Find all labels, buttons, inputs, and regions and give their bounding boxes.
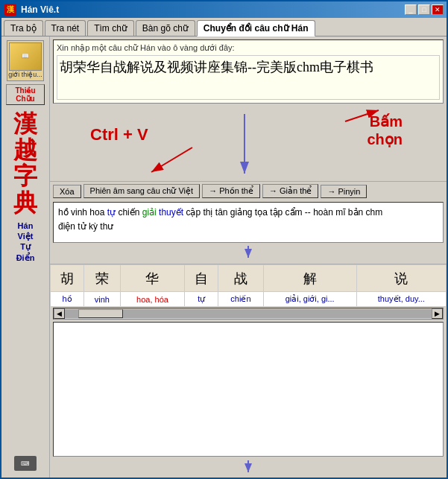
result-tu: tự xyxy=(107,207,119,218)
cell-vinh[interactable]: vinh xyxy=(84,292,121,307)
input-content: 胡荣华自战解说及视频讲座集锦--完美版chm电子棋书 xyxy=(60,60,373,74)
ctrl-v-label: Ctrl + V xyxy=(90,125,148,145)
char-header-0: 胡 xyxy=(51,265,84,292)
main-window: 漢 Hán Viê.t _ □ ✕ Tra bộ Tra nét Tìm chữ… xyxy=(0,0,448,479)
pinyin-button[interactable]: → Pinyin xyxy=(321,185,367,198)
gianthe-button[interactable]: → Giản thể xyxy=(262,184,318,198)
bottom-arrow-container xyxy=(50,458,447,478)
char-header-3: 自 xyxy=(185,265,218,292)
result-text-area: hồ vinh hoa tự chiến giải thuyết cập thị… xyxy=(53,202,444,243)
result-thuyet: thuyết xyxy=(159,207,186,218)
scroll-track xyxy=(65,309,432,318)
cell-chien[interactable]: chiến xyxy=(218,292,263,307)
thieu-chuu-label: Thiều Chữu xyxy=(15,86,35,103)
table-row: hồ vinh hoa, hóa tự chiến giải, giới, gi… xyxy=(51,292,447,307)
tab-chuyendoi[interactable]: Chuyển đổi câu chữ Hán xyxy=(197,20,315,37)
cell-ho[interactable]: hồ xyxy=(51,292,84,307)
close-button[interactable]: ✕ xyxy=(432,4,444,15)
bottom-arrow-svg xyxy=(241,460,256,475)
annotation-area: Ctrl + V Bấm chọn xyxy=(53,107,444,181)
tab-bangochu[interactable]: Bàn gõ chữ xyxy=(136,20,195,36)
maximize-button[interactable]: □ xyxy=(418,4,430,15)
char-header-6: 说 xyxy=(356,265,446,292)
svg-line-2 xyxy=(151,147,192,172)
char-header-5: 解 xyxy=(263,265,356,292)
sidebar-intro-label: giới thiệu... xyxy=(8,71,42,78)
horiz-scrollbar[interactable]: ◀ ▶ xyxy=(53,308,444,320)
input-label: Xin nhập một câu chữ Hán vào ô vàng dưới… xyxy=(57,43,440,53)
chinese-char-4: 典 xyxy=(13,190,37,216)
chinese-char-1: 漢 xyxy=(13,111,37,137)
scroll-left-btn[interactable]: ◀ xyxy=(54,308,65,319)
title-buttons: _ □ ✕ xyxy=(405,4,444,15)
char-table: 胡 荣 华 自 战 解 说 hồ vinh hoa, xyxy=(50,264,447,307)
sidebar-thieu-button[interactable]: Thiều Chữu xyxy=(6,84,45,105)
chinese-input[interactable]: 胡荣华自战解说及视频讲座集锦--完美版chm电子棋书 xyxy=(57,55,440,100)
bam-chon-label: Bấm chọn xyxy=(367,112,403,148)
sidebar-viet-label: Hán Việt Tự Điển xyxy=(16,221,35,263)
title-bar-text: 漢 Hán Viê.t xyxy=(4,4,59,16)
result-ho: hồ vinh hoa xyxy=(58,207,107,218)
app-icon: 漢 xyxy=(4,4,16,16)
xoa-button[interactable]: Xóa xyxy=(53,185,81,198)
sidebar: 📖 giới thiệu... Thiều Chữu 漢 越 字 典 Hán V… xyxy=(1,37,50,478)
book-image: 📖 xyxy=(22,53,29,60)
tab-trabo[interactable]: Tra bộ xyxy=(4,20,43,36)
window-title: Hán Viê.t xyxy=(21,4,59,15)
cell-tu[interactable]: tự xyxy=(185,292,218,307)
v-arrow-container xyxy=(50,244,447,262)
input-area: Xin nhập một câu chữ Hán vào ô vàng dưới… xyxy=(53,39,444,104)
cell-hoa[interactable]: hoa, hóa xyxy=(120,292,184,307)
tab-bar: Tra bộ Tra nét Tìm chữ Bàn gõ chữ Chuyển… xyxy=(1,18,447,37)
phienam-button[interactable]: Phiên âm sang câu chữ Việt xyxy=(83,184,201,198)
chinese-char-2: 越 xyxy=(13,137,37,163)
cell-giai[interactable]: giải, giới, gi... xyxy=(263,292,356,307)
tab-timchu[interactable]: Tìm chữ xyxy=(87,20,134,36)
action-buttons: Xóa Phiên âm sang câu chữ Việt → Phồn th… xyxy=(50,181,447,200)
v-arrow-svg xyxy=(241,246,256,261)
minimize-button[interactable]: _ xyxy=(405,4,417,15)
sidebar-book: 📖 giới thiệu... xyxy=(7,40,44,81)
right-panel: Xin nhập một câu chữ Hán vào ô vàng dưới… xyxy=(50,37,447,478)
tab-tranet[interactable]: Tra nét xyxy=(45,20,86,36)
bottom-area xyxy=(53,322,444,457)
result-chien: chiến xyxy=(118,207,142,218)
scroll-right-btn[interactable]: ▶ xyxy=(432,308,443,319)
chinese-char-3: 字 xyxy=(13,163,37,189)
main-content: 📖 giới thiệu... Thiều Chữu 漢 越 字 典 Hán V… xyxy=(1,37,447,478)
phonthe-button[interactable]: → Phồn thể xyxy=(202,184,260,198)
char-table-section: 胡 荣 华 自 战 解 说 hồ vinh hoa, xyxy=(50,264,447,478)
char-header-2: 华 xyxy=(120,265,184,292)
char-header-4: 战 xyxy=(218,265,263,292)
scroll-thumb[interactable] xyxy=(78,309,123,318)
keyboard-icon: ⌨ xyxy=(14,456,37,471)
result-rest: cập thị tân giảng tọa tập cẩm -- hoàn mĩ… xyxy=(186,207,382,218)
title-bar: 漢 Hán Viê.t _ □ ✕ xyxy=(1,1,447,18)
result-giai: giải xyxy=(142,207,159,218)
cell-thuyet[interactable]: thuyết, duy... xyxy=(356,292,446,307)
char-header-1: 荣 xyxy=(84,265,121,292)
result-dien: điện tử kỳ thư xyxy=(58,221,113,232)
